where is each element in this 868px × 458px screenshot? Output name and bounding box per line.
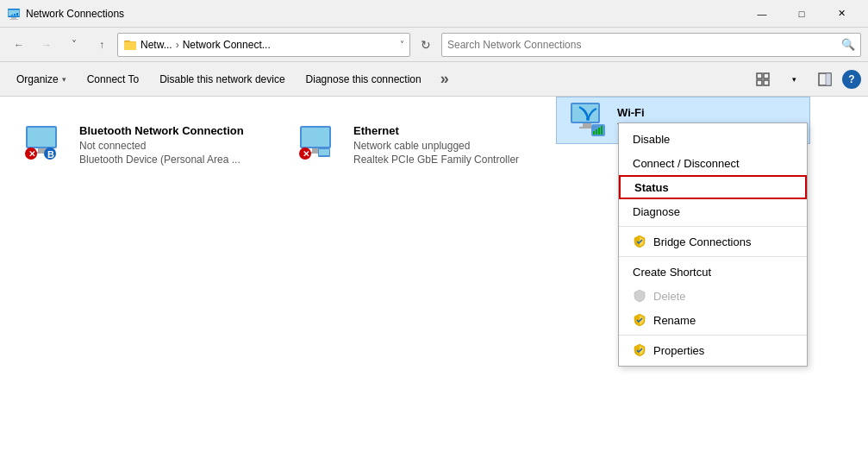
minimize-button[interactable]: —: [742, 0, 782, 28]
ctx-rename[interactable]: Rename: [619, 308, 807, 332]
svg-rect-13: [757, 80, 762, 85]
bluetooth-connection-item[interactable]: ✕ B Bluetooth Network Connection Not con…: [14, 110, 281, 179]
ethernet-type: Realtek PCIe GbE Family Controller: [353, 154, 548, 166]
wifi-name: Wi-Fi: [617, 106, 799, 119]
svg-rect-42: [596, 129, 597, 135]
properties-shield-icon: [633, 343, 646, 357]
ctx-status-label: Status: [634, 181, 669, 194]
ctx-bridge[interactable]: Bridge Connections: [619, 229, 807, 254]
svg-rect-3: [11, 17, 16, 19]
close-button[interactable]: ✕: [821, 0, 861, 28]
ctx-bridge-label: Bridge Connections: [653, 235, 751, 248]
search-input[interactable]: [447, 39, 841, 51]
ctx-rename-label: Rename: [653, 314, 696, 327]
path-part1: Netw...: [141, 39, 172, 51]
svg-rect-26: [302, 128, 329, 147]
organize-dropdown-icon: ▾: [62, 75, 66, 84]
svg-text:✕: ✕: [303, 149, 309, 159]
change-view-button[interactable]: [749, 67, 777, 91]
ctx-disable[interactable]: Disable: [619, 127, 807, 151]
svg-rect-5: [11, 15, 13, 16]
svg-rect-43: [598, 128, 600, 135]
help-icon: ?: [848, 73, 854, 85]
organize-button[interactable]: Organize ▾: [7, 67, 76, 91]
ctx-create-shortcut[interactable]: Create Shortcut: [619, 260, 807, 284]
ethernet-status: Network cable unplugged: [353, 140, 548, 152]
ctx-sep1: [619, 226, 807, 227]
history-button[interactable]: ˅: [62, 33, 86, 57]
toolbar-right: ▾ ?: [749, 67, 861, 91]
window-icon: [7, 7, 21, 21]
disable-label: Disable this network device: [159, 73, 284, 85]
path-dropdown-icon[interactable]: ˅: [400, 40, 404, 49]
bluetooth-type: Bluetooth Device (Personal Area ...: [79, 154, 274, 166]
view-dropdown-icon: ▾: [792, 75, 796, 84]
bluetooth-info: Bluetooth Network Connection Not connect…: [79, 124, 274, 166]
svg-rect-38: [583, 123, 591, 127]
svg-rect-4: [9, 19, 18, 20]
ctx-sep2: [619, 256, 807, 257]
search-icon: 🔍: [841, 38, 855, 51]
svg-rect-41: [593, 131, 595, 135]
ctx-status[interactable]: Status: [619, 175, 807, 199]
forward-button[interactable]: →: [34, 33, 59, 57]
ethernet-network-icon: ✕: [295, 121, 340, 166]
path-part2: Network Connect...: [183, 39, 271, 51]
toolbar: Organize ▾ Connect To Disable this netwo…: [0, 62, 868, 97]
diagnose-button[interactable]: Diagnose this connection: [297, 67, 431, 91]
svg-text:B: B: [47, 149, 54, 160]
wifi-network-icon: [567, 100, 609, 141]
ethernet-connection-item[interactable]: ✕ Ethernet Network cable unplugged Realt…: [288, 110, 555, 179]
svg-rect-16: [826, 73, 831, 85]
svg-rect-6: [14, 14, 16, 16]
refresh-button[interactable]: ↻: [414, 33, 438, 57]
up-button[interactable]: ↑: [90, 33, 114, 57]
ethernet-icon-container: ✕: [295, 121, 343, 169]
hide-panel-button[interactable]: [811, 67, 839, 91]
main-content: ✕ B Bluetooth Network Connection Not con…: [0, 97, 868, 458]
ctx-delete-label: Delete: [653, 290, 686, 303]
svg-text:✕: ✕: [28, 149, 35, 159]
ctx-disable-label: Disable: [633, 133, 670, 146]
titlebar-controls: — □ ✕: [742, 0, 861, 28]
svg-rect-33: [320, 155, 322, 157]
ctx-sep3: [619, 335, 807, 336]
rename-shield-icon: [633, 313, 646, 327]
ctx-properties[interactable]: Properties: [619, 338, 807, 362]
ctx-connect-disconnect[interactable]: Connect / Disconnect: [619, 151, 807, 175]
connect-to-button[interactable]: Connect To: [78, 67, 149, 91]
path-separator: ›: [176, 39, 179, 51]
ctx-connect-label: Connect / Disconnect: [633, 157, 740, 170]
svg-rect-10: [124, 42, 136, 50]
bridge-shield-icon: [633, 235, 646, 248]
ctx-properties-label: Properties: [653, 344, 704, 357]
maximize-button[interactable]: □: [782, 0, 821, 28]
more-button[interactable]: »: [433, 67, 457, 91]
svg-rect-18: [28, 128, 55, 147]
addressbar: ← → ˅ ↑ Netw... › Network Connect... ˅ ↻…: [0, 28, 868, 62]
titlebar: Network Connections — □ ✕: [0, 0, 868, 28]
organize-label: Organize: [16, 73, 59, 85]
search-box[interactable]: 🔍: [441, 33, 861, 57]
svg-rect-32: [319, 149, 329, 155]
bluetooth-status: Not connected: [79, 140, 274, 152]
view-dropdown-button[interactable]: ▾: [780, 67, 808, 91]
back-button[interactable]: ←: [7, 33, 31, 57]
context-menu: Disable Connect / Disconnect Status Diag…: [618, 122, 808, 367]
bluetooth-icon-container: ✕ B: [21, 121, 69, 169]
delete-shield-icon: [633, 289, 646, 303]
window-title: Network Connections: [26, 8, 742, 20]
svg-rect-7: [16, 13, 18, 16]
address-path[interactable]: Netw... › Network Connect... ˅: [117, 33, 410, 57]
bluetooth-name: Bluetooth Network Connection: [79, 124, 274, 137]
help-button[interactable]: ?: [842, 70, 861, 89]
svg-point-37: [586, 117, 590, 121]
svg-rect-34: [324, 155, 327, 157]
ctx-diagnose[interactable]: Diagnose: [619, 199, 807, 223]
ctx-diagnose-label: Diagnose: [633, 205, 680, 218]
change-view-icon: [756, 72, 770, 86]
bluetooth-network-icon: ✕ B: [21, 121, 66, 166]
svg-rect-44: [601, 126, 603, 135]
svg-rect-11: [757, 73, 762, 78]
disable-network-button[interactable]: Disable this network device: [150, 67, 294, 91]
